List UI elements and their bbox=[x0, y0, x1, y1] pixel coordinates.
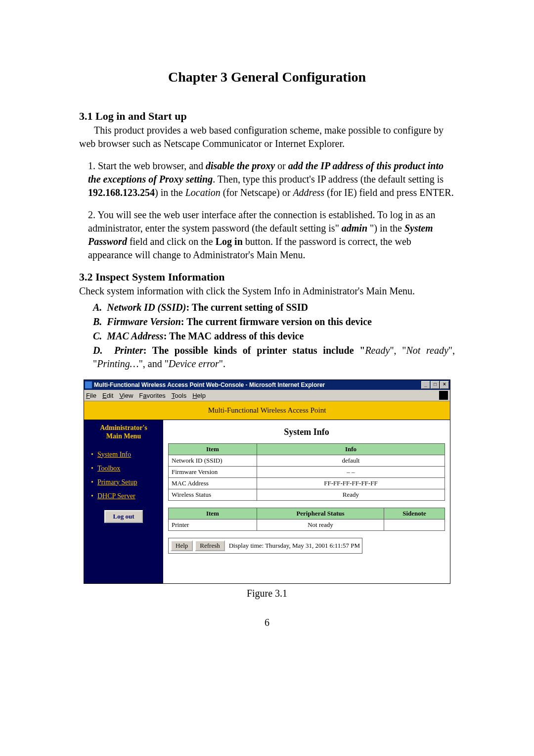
sidebar-item-toolbox[interactable]: Toolbox bbox=[84, 462, 163, 475]
help-button[interactable]: Help bbox=[171, 540, 193, 551]
t1-r0-info: default bbox=[257, 455, 445, 467]
step-1: 1. Start the web browser, and disable th… bbox=[79, 159, 455, 199]
product-banner: Multi-Functional Wireless Access Point bbox=[84, 401, 450, 420]
step-1-netscape: (for Netscape) or bbox=[221, 187, 293, 198]
window-titlebar: Multi-Functional Wireless Access Point W… bbox=[84, 380, 450, 390]
item-a-colon: : The current setting of SSID bbox=[186, 302, 308, 313]
t1-r0-item: Network ID (SSID) bbox=[169, 455, 257, 467]
sidebar: Administrator's Main Menu System Info To… bbox=[84, 420, 163, 583]
intro-paragraph: This product provides a web based config… bbox=[79, 124, 455, 150]
menu-help[interactable]: Help bbox=[192, 392, 206, 399]
ie-app-icon bbox=[85, 381, 92, 388]
step-1-address: Address bbox=[293, 187, 324, 198]
step-2-mid2: field and click on the bbox=[127, 236, 216, 247]
main-panel: System Info Item Info Network ID (SSID)d… bbox=[163, 420, 450, 583]
close-button[interactable]: × bbox=[440, 381, 449, 389]
action-row: Help Refresh Display time: Thursday, May… bbox=[168, 538, 362, 554]
ie-window: Multi-Functional Wireless Access Point W… bbox=[84, 379, 450, 584]
item-b-colon: : The current firmware version on this d… bbox=[181, 316, 372, 327]
window-title: Multi-Functional Wireless Access Point W… bbox=[94, 381, 421, 388]
t2-header-item: Item bbox=[169, 508, 257, 520]
sidebar-link-system-info[interactable]: System Info bbox=[97, 451, 131, 458]
window-controls: _ □ × bbox=[421, 381, 449, 389]
t2-header-status: Peripheral Status bbox=[257, 508, 384, 520]
chapter-title: Chapter 3 General Configuration bbox=[79, 69, 455, 85]
t1-r3-item: Wireless Status bbox=[169, 489, 257, 501]
step-1-location: Location bbox=[185, 187, 221, 198]
table-row: Printer Not ready bbox=[169, 520, 445, 531]
item-d-desc1: : The possible kinds of printer status i… bbox=[143, 345, 365, 356]
menu-view[interactable]: View bbox=[119, 392, 133, 399]
table-row: MAC AddressFF-FF-FF-FF-FF-FF bbox=[169, 478, 445, 489]
step-2-admin: admin bbox=[342, 223, 367, 234]
step-1-default-ip: 192.168.123.254 bbox=[88, 187, 155, 198]
menu-favorites[interactable]: Favorites bbox=[139, 392, 165, 399]
t1-r2-item: MAC Address bbox=[169, 478, 257, 489]
item-d-desc4: ", and " bbox=[139, 358, 169, 369]
item-d-label: D. bbox=[93, 345, 102, 356]
item-d-desc2: ", " bbox=[390, 345, 406, 356]
sidebar-item-dhcp-server[interactable]: DHCP Server bbox=[84, 489, 163, 503]
maximize-button[interactable]: □ bbox=[431, 381, 440, 389]
step-1-text: 1. Start the web browser, and bbox=[88, 160, 206, 171]
system-info-table: Item Info Network ID (SSID)default Firmw… bbox=[168, 443, 445, 501]
refresh-button[interactable]: Refresh bbox=[195, 540, 224, 551]
sidebar-link-primary-setup[interactable]: Primary Setup bbox=[97, 478, 137, 486]
peripheral-status-table: Item Peripheral Status Sidenote Printer … bbox=[168, 508, 445, 531]
table-row: Network ID (SSID)default bbox=[169, 455, 445, 467]
minimize-button[interactable]: _ bbox=[421, 381, 430, 389]
item-a-term: Network ID (SSID) bbox=[107, 302, 186, 313]
step-2: 2. You will see the web user interface a… bbox=[79, 208, 455, 262]
step-1-in-the: ) in the bbox=[155, 187, 185, 198]
step-1-disable-proxy: disable the proxy bbox=[206, 160, 275, 171]
section-3-1-title: 3.1 Log in and Start up bbox=[79, 110, 455, 123]
panel-title: System Info bbox=[168, 427, 445, 437]
logout-button[interactable]: Log out bbox=[104, 510, 143, 523]
t2-r0-status: Not ready bbox=[257, 520, 384, 531]
menu-file[interactable]: File bbox=[86, 392, 96, 399]
ie-throbber-icon bbox=[439, 391, 448, 400]
item-b-label: B. bbox=[93, 316, 102, 327]
item-d: D. Printer: The possible kinds of printe… bbox=[79, 344, 455, 371]
item-a-label: A. bbox=[93, 302, 102, 313]
menubar: File Edit View Favorites Tools Help bbox=[84, 390, 450, 401]
step-1-then: . Then, type this product's IP address (… bbox=[213, 174, 444, 185]
figure-label: Figure 3.1 bbox=[79, 588, 455, 599]
t2-r0-sidenote bbox=[384, 520, 445, 531]
item-b: B. Firmware Version: The current firmwar… bbox=[79, 315, 455, 329]
step-1-end: (for IE) field and press ENTER. bbox=[324, 187, 454, 198]
item-c-term: MAC Address bbox=[107, 331, 163, 341]
item-c-label: C. bbox=[93, 331, 102, 341]
step-1-or: or bbox=[275, 160, 288, 171]
sidebar-link-toolbox[interactable]: Toolbox bbox=[97, 465, 120, 472]
item-d-deviceerror: Device error bbox=[169, 358, 219, 369]
item-d-term: Printer bbox=[114, 345, 143, 356]
sidebar-item-primary-setup[interactable]: Primary Setup bbox=[84, 475, 163, 489]
display-time: Display time: Thursday, May 31, 2001 6:1… bbox=[229, 542, 360, 550]
table-row: Wireless StatusReady bbox=[169, 489, 445, 501]
item-d-printing: Printing… bbox=[97, 358, 138, 369]
item-d-desc5: ". bbox=[219, 358, 225, 369]
item-d-notready: Not ready bbox=[406, 345, 448, 356]
t1-r1-item: Firmware Version bbox=[169, 467, 257, 478]
step-2-login: Log in bbox=[216, 236, 243, 247]
item-c-colon: : The MAC address of this device bbox=[164, 331, 304, 341]
sidebar-header-line1: Administrator's bbox=[84, 424, 163, 432]
t1-header-item: Item bbox=[169, 444, 257, 455]
sidebar-item-system-info[interactable]: System Info bbox=[84, 448, 163, 462]
step-2-mid1: ") in the bbox=[367, 223, 404, 234]
table-row: Firmware Version– – bbox=[169, 467, 445, 478]
t2-header-sidenote: Sidenote bbox=[384, 508, 445, 520]
page-number: 6 bbox=[79, 617, 455, 628]
sidebar-link-dhcp-server[interactable]: DHCP Server bbox=[97, 492, 135, 500]
t1-r2-info: FF-FF-FF-FF-FF-FF bbox=[257, 478, 445, 489]
item-b-term: Firmware Version bbox=[107, 316, 180, 327]
sidebar-header: Administrator's Main Menu bbox=[84, 424, 163, 441]
t1-r1-info: – – bbox=[257, 467, 445, 478]
section-3-2-title: 3.2 Inspect System Information bbox=[79, 271, 455, 284]
item-d-ready: Ready bbox=[365, 345, 390, 356]
item-c: C. MAC Address: The MAC address of this … bbox=[79, 330, 455, 343]
menu-edit[interactable]: Edit bbox=[102, 392, 113, 399]
menu-tools[interactable]: Tools bbox=[172, 392, 186, 399]
t1-header-info: Info bbox=[257, 444, 445, 455]
